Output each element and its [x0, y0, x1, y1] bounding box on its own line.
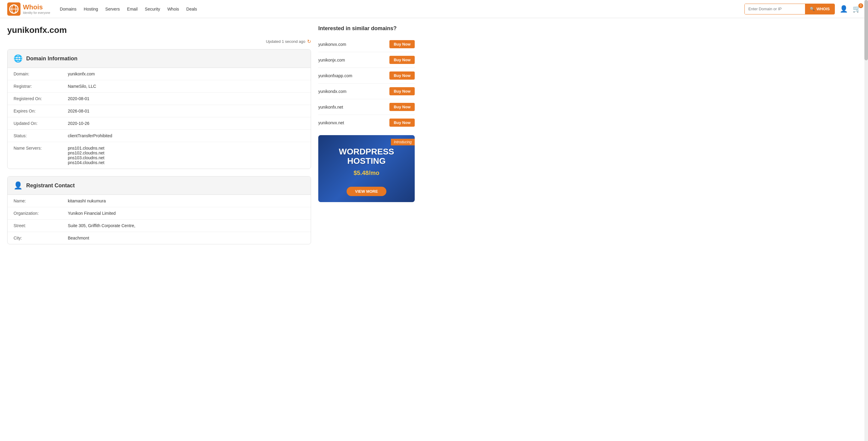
logo-icon: [7, 2, 21, 16]
ad-main-title: WORDPRESS HOSTING: [324, 147, 409, 166]
field-label: City:: [7, 232, 62, 244]
table-row: Organization:Yunikon Financial Limited: [7, 207, 311, 219]
ad-view-more-button[interactable]: VIEW MORE: [347, 187, 386, 196]
field-label: Street:: [7, 219, 62, 232]
logo-link[interactable]: Whois Identity for everyone: [7, 2, 50, 16]
table-row: Name Servers:pns101.cloudns.net pns102.c…: [7, 142, 311, 169]
cart-icon-container: 🛒 0: [852, 5, 861, 13]
ad-introducing-label: Introducing: [391, 139, 415, 145]
field-value: NameSilo, LLC: [62, 80, 311, 93]
field-value: yunikonfx.com: [62, 68, 311, 80]
similar-domain-item: yunikonvx.comBuy Now: [318, 36, 415, 52]
nav-servers[interactable]: Servers: [105, 5, 120, 13]
field-value: 2026-08-01: [62, 105, 311, 117]
search-input[interactable]: [745, 4, 805, 14]
nav-whois[interactable]: Whois: [167, 5, 179, 13]
user-icon[interactable]: 👤: [840, 5, 848, 13]
similar-domain-item: yunikonjx.comBuy Now: [318, 52, 415, 68]
ad-price-value: 5.48: [357, 169, 369, 176]
field-value: 2020-08-01: [62, 93, 311, 105]
field-label: Name Servers:: [7, 142, 62, 169]
buy-now-button[interactable]: Buy Now: [390, 119, 415, 127]
similar-domain-item: yunikondx.comBuy Now: [318, 84, 415, 99]
page-title: yunikonfx.com: [7, 25, 311, 35]
field-label: Registrar:: [7, 80, 62, 93]
table-row: City:Beachmont: [7, 232, 311, 244]
left-column: yunikonfx.com Updated 1 second ago ↻ 🌐 D…: [7, 25, 311, 252]
domain-info-icon: 🌐: [13, 54, 23, 63]
registrant-contact-card-header: 👤 Registrant Contact: [7, 176, 311, 195]
buy-now-button[interactable]: Buy Now: [390, 103, 415, 111]
similar-domain-name: yunikonjx.com: [318, 58, 345, 62]
registrant-contact-title: Registrant Contact: [26, 182, 75, 189]
search-bar: 🔍 WHOIS: [744, 4, 835, 14]
similar-domain-item: yunikonfxapp.comBuy Now: [318, 68, 415, 84]
field-value: Suite 305, Griffith Corporate Centre,: [62, 219, 311, 232]
field-label: Organization:: [7, 207, 62, 219]
table-row: Expires On:2026-08-01: [7, 105, 311, 117]
field-label: Domain:: [7, 68, 62, 80]
main-content: yunikonfx.com Updated 1 second ago ↻ 🌐 D…: [0, 18, 422, 259]
updated-text: Updated 1 second ago: [266, 39, 305, 44]
domain-info-table: Domain:yunikonfx.comRegistrar:NameSilo, …: [7, 68, 311, 169]
logo-text: Whois Identity for everyone: [23, 3, 50, 14]
similar-domain-name: yunikonvx.com: [318, 42, 346, 47]
search-button[interactable]: 🔍 WHOIS: [805, 4, 835, 14]
nav-domains[interactable]: Domains: [60, 5, 76, 13]
nav-email[interactable]: Email: [127, 5, 138, 13]
table-row: Domain:yunikonfx.com: [7, 68, 311, 80]
search-icon: 🔍: [810, 7, 815, 11]
table-row: Registered On:2020-08-01: [7, 93, 311, 105]
similar-domain-name: yunikonvx.net: [318, 120, 344, 125]
similar-domains-list: yunikonvx.comBuy Nowyunikonjx.comBuy Now…: [318, 36, 415, 130]
table-row: Registrar:NameSilo, LLC: [7, 80, 311, 93]
table-row: Updated On:2020-10-26: [7, 117, 311, 130]
field-value: Yunikon Financial Limited: [62, 207, 311, 219]
refresh-icon[interactable]: ↻: [307, 39, 311, 45]
update-bar: Updated 1 second ago ↻: [7, 39, 311, 45]
table-row: Status:clientTransferProhibited: [7, 130, 311, 142]
nav-hosting[interactable]: Hosting: [84, 5, 98, 13]
ad-banner: Introducing WORDPRESS HOSTING $5.48/mo V…: [318, 135, 415, 202]
site-header: Whois Identity for everyone Domains Host…: [0, 0, 868, 18]
field-value: pns101.cloudns.net pns102.cloudns.net pn…: [62, 142, 311, 169]
header-right: 🔍 WHOIS 👤 🛒 0: [744, 4, 861, 14]
right-column: Interested in similar domains? yunikonvx…: [318, 25, 415, 252]
field-label: Updated On:: [7, 117, 62, 130]
domain-info-card-header: 🌐 Domain Information: [7, 50, 311, 68]
domain-info-title: Domain Information: [26, 56, 78, 62]
buy-now-button[interactable]: Buy Now: [390, 87, 415, 95]
registrant-contact-card: 👤 Registrant Contact Name:kitamashI nuku…: [7, 176, 311, 244]
field-label: Expires On:: [7, 105, 62, 117]
similar-domain-name: yunikonfxapp.com: [318, 73, 352, 78]
nav-security[interactable]: Security: [145, 5, 160, 13]
search-button-label: WHOIS: [816, 7, 830, 11]
buy-now-button[interactable]: Buy Now: [390, 56, 415, 64]
similar-domain-name: yunikondx.com: [318, 89, 346, 94]
registrant-contact-table: Name:kitamashI nukumuraOrganization:Yuni…: [7, 195, 311, 244]
user-icon-container: 👤: [840, 5, 848, 13]
table-row: Name:kitamashI nukumura: [7, 195, 311, 207]
similar-domain-item: yunikonvx.netBuy Now: [318, 115, 415, 130]
scrollbar-thumb: [864, 0, 868, 60]
registrant-contact-icon: 👤: [13, 181, 23, 190]
field-value: kitamashI nukumura: [62, 195, 311, 207]
field-label: Name:: [7, 195, 62, 207]
field-value: Beachmont: [62, 232, 311, 244]
domain-info-card: 🌐 Domain Information Domain:yunikonfx.co…: [7, 49, 311, 169]
logo-tagline: Identity for everyone: [23, 11, 50, 14]
scrollbar[interactable]: [864, 0, 868, 259]
similar-domain-item: yunikonfx.netBuy Now: [318, 99, 415, 115]
table-row: Street:Suite 305, Griffith Corporate Cen…: [7, 219, 311, 232]
buy-now-button[interactable]: Buy Now: [390, 71, 415, 80]
field-value: 2020-10-26: [62, 117, 311, 130]
field-label: Status:: [7, 130, 62, 142]
field-value: clientTransferProhibited: [62, 130, 311, 142]
buy-now-button[interactable]: Buy Now: [390, 40, 415, 48]
cart-badge: 0: [858, 3, 863, 8]
logo-whois-label: Whois: [23, 3, 50, 11]
nav-deals[interactable]: Deals: [186, 5, 197, 13]
ad-price-suffix: /mo: [369, 169, 379, 176]
similar-domains-title: Interested in similar domains?: [318, 25, 415, 32]
field-label: Registered On:: [7, 93, 62, 105]
